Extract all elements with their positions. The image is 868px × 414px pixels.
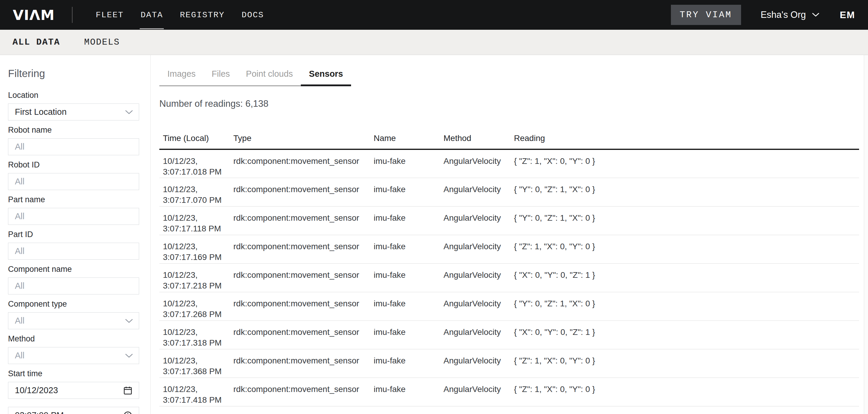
sub-nav-bar: ALL DATA MODELS (0, 30, 868, 55)
top-nav-bar: VIΛM FLEET DATA REGISTRY DOCS TRY VIAM E… (0, 0, 868, 30)
method-value: All (15, 351, 24, 360)
part-id-field (8, 243, 139, 260)
table-header-row: Time (Local) Type Name Method Reading (159, 126, 859, 149)
start-date-input[interactable]: 10/12/2023 (8, 382, 139, 399)
cell-name: imu-fake (370, 206, 440, 235)
method-select[interactable]: All (8, 347, 139, 364)
filter-component-type: Component type All (8, 299, 139, 329)
clock-icon[interactable] (123, 410, 133, 414)
filter-part-id: Part ID (8, 230, 139, 260)
cell-name: imu-fake (370, 178, 440, 206)
tab-sensors[interactable]: Sensors (301, 69, 351, 86)
robot-id-label: Robot ID (8, 160, 139, 170)
cell-time: 10/12/23, 3:07:17.118 PM (159, 206, 230, 235)
component-type-select[interactable]: All (8, 312, 139, 329)
nav-item-data[interactable]: DATA (141, 7, 163, 23)
part-name-label: Part name (8, 195, 139, 204)
part-id-label: Part ID (8, 230, 139, 239)
cell-method: AngularVelocity (440, 378, 510, 406)
cell-type: rdk:component:movement_sensor (230, 349, 370, 378)
robot-name-field (8, 138, 139, 155)
part-id-input[interactable] (15, 246, 132, 256)
location-value: First Location (15, 107, 67, 117)
chevron-down-icon (812, 12, 819, 17)
tab-images[interactable]: Images (159, 69, 204, 86)
chevron-down-icon (125, 319, 133, 323)
filter-robot-id: Robot ID (8, 160, 139, 190)
cell-name: imu-fake (370, 349, 440, 378)
vertical-scrollbar[interactable] (864, 55, 868, 414)
part-name-field (8, 208, 139, 225)
robot-id-field (8, 173, 139, 190)
cell-time: 10/12/23, 3:07:17.169 PM (159, 235, 230, 264)
table-row: 10/12/23, 3:07:17.169 PM rdk:component:m… (159, 235, 859, 264)
cell-time: 10/12/23, 3:07:17.268 PM (159, 292, 230, 321)
main-content: Images Files Point clouds Sensors Number… (151, 55, 868, 414)
viam-logo[interactable]: VIΛM (13, 7, 55, 23)
cell-method: AngularVelocity (440, 292, 510, 321)
cell-reading: { "Z": 1, "X": 0, "Y": 0 } (510, 235, 859, 264)
cell-reading: { "Y": 0, "Z": 1, "X": 0 } (510, 292, 859, 321)
component-name-input[interactable] (15, 281, 132, 291)
cell-method: AngularVelocity (440, 206, 510, 235)
chevron-down-icon (125, 110, 133, 115)
cell-type: rdk:component:movement_sensor (230, 264, 370, 292)
col-header-type: Type (230, 126, 370, 149)
tab-models[interactable]: MODELS (84, 37, 120, 47)
cell-method: AngularVelocity (440, 349, 510, 378)
cell-reading: { "X": 0, "Y": 0, "Z": 1 } (510, 264, 859, 292)
nav-divider (72, 7, 72, 23)
cell-time: 10/12/23, 3:07:17.368 PM (159, 349, 230, 378)
org-switcher[interactable]: Esha's Org (761, 9, 819, 20)
filter-start-time: Start time 10/12/2023 03:07:00 PM (8, 369, 139, 414)
tab-all-data[interactable]: ALL DATA (12, 37, 60, 47)
org-name: Esha's Org (761, 9, 806, 20)
readings-count: Number of readings: 6,138 (159, 98, 868, 110)
table-row: 10/12/23, 3:07:17.018 PM rdk:component:m… (159, 149, 859, 178)
component-type-label: Component type (8, 299, 139, 309)
cell-name: imu-fake (370, 292, 440, 321)
top-nav-links: FLEET DATA REGISTRY DOCS (96, 7, 264, 23)
method-label: Method (8, 334, 139, 344)
nav-item-docs[interactable]: DOCS (242, 7, 264, 23)
nav-item-fleet[interactable]: FLEET (96, 7, 124, 23)
filtering-sidebar: Filtering Location First Location Robot … (0, 55, 151, 414)
component-type-value: All (15, 316, 24, 326)
table-row: 10/12/23, 3:07:17.218 PM rdk:component:m… (159, 264, 859, 292)
filter-component-name: Component name (8, 264, 139, 294)
part-name-input[interactable] (15, 211, 132, 221)
filter-part-name: Part name (8, 195, 139, 225)
robot-name-input[interactable] (15, 142, 132, 152)
cell-reading: { "Z": 1, "X": 0, "Y": 0 } (510, 349, 859, 378)
cell-reading: { "Z": 1, "X": 0, "Y": 0 } (510, 149, 859, 178)
tab-point-clouds[interactable]: Point clouds (238, 69, 301, 86)
cell-reading: { "Y": 0, "Z": 1, "X": 0 } (510, 178, 859, 206)
start-time-input[interactable]: 03:07:00 PM (8, 407, 139, 414)
cell-type: rdk:component:movement_sensor (230, 292, 370, 321)
component-name-field (8, 277, 139, 294)
cell-method: AngularVelocity (440, 178, 510, 206)
location-select[interactable]: First Location (8, 104, 139, 120)
sidebar-title: Filtering (8, 67, 139, 80)
cell-name: imu-fake (370, 149, 440, 178)
robot-name-label: Robot name (8, 125, 139, 135)
user-avatar[interactable]: EM (840, 9, 855, 21)
cell-time: 10/12/23, 3:07:17.218 PM (159, 264, 230, 292)
cell-time: 10/12/23, 3:07:17.018 PM (159, 149, 230, 178)
robot-id-input[interactable] (15, 177, 132, 186)
col-header-reading: Reading (510, 126, 859, 149)
page-body: Filtering Location First Location Robot … (0, 55, 868, 414)
nav-item-registry[interactable]: REGISTRY (180, 7, 224, 23)
tab-files[interactable]: Files (204, 69, 238, 86)
cell-reading: { "Y": 0, "Z": 1, "X": 0 } (510, 206, 859, 235)
cell-type: rdk:component:movement_sensor (230, 321, 370, 349)
data-type-tabs: Images Files Point clouds Sensors (159, 69, 351, 86)
cell-time: 10/12/23, 3:07:17.418 PM (159, 378, 230, 406)
start-time-label: Start time (8, 369, 139, 378)
calendar-icon[interactable] (123, 385, 133, 395)
filter-robot-name: Robot name (8, 125, 139, 155)
table-row: 10/12/23, 3:07:17.368 PM rdk:component:m… (159, 349, 859, 378)
try-viam-button[interactable]: TRY VIAM (671, 5, 741, 25)
location-label: Location (8, 90, 139, 100)
table-row: 10/12/23, 3:07:17.318 PM rdk:component:m… (159, 321, 859, 349)
